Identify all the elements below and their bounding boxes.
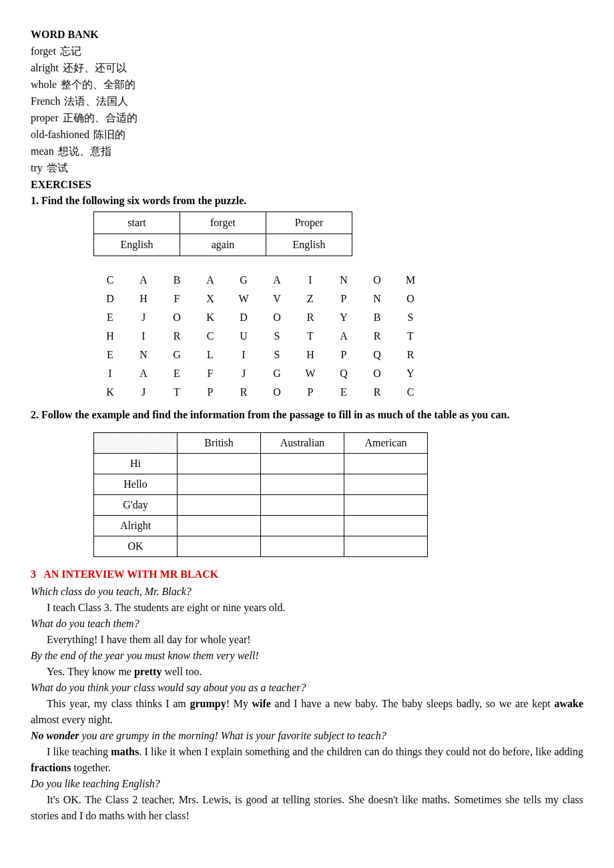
ex1-prompt: 1. Find the following six words from the… — [31, 193, 583, 209]
word-bank-entry: mean想说、意指 — [31, 143, 583, 159]
info-table-header: American — [344, 433, 428, 454]
puzzle-cell: C — [194, 327, 227, 346]
word-bank-word: whole — [31, 77, 57, 93]
interview-answer: I like teaching maths. I like it when I … — [31, 744, 583, 776]
puzzle-cell: I — [294, 271, 327, 290]
interview-question: What do you think your class would say a… — [31, 680, 583, 696]
puzzle-cell: S — [394, 308, 427, 327]
info-table-header: Australian — [261, 433, 344, 454]
info-table-cell[interactable] — [344, 495, 428, 516]
word-bank-word: proper — [31, 110, 59, 126]
puzzle-cell: T — [160, 383, 194, 402]
puzzle-cell: V — [260, 290, 294, 308]
info-table-cell[interactable] — [261, 495, 344, 516]
word-bank-entry: whole整个的、全部的 — [31, 77, 583, 93]
puzzle-cell: G — [160, 346, 194, 364]
ex2-info-table: BritishAustralianAmericanHiHelloG'dayAlr… — [93, 432, 428, 557]
info-table-cell[interactable] — [344, 536, 428, 557]
interview-question: What do you teach them? — [31, 616, 583, 632]
puzzle-cell: E — [327, 383, 360, 402]
word-bank-entry: alright还好、还可以 — [31, 60, 583, 76]
info-table-header: British — [178, 433, 261, 454]
puzzle-cell: O — [260, 383, 294, 402]
info-table-rowlabel: Hello — [94, 474, 178, 495]
puzzle-cell: R — [394, 346, 427, 364]
info-table-cell[interactable] — [178, 516, 261, 536]
puzzle-cell: W — [227, 290, 260, 308]
words-box-cell: forget — [180, 212, 266, 234]
interview-question: No wonder you are grumpy in the morning!… — [31, 728, 583, 744]
info-table-cell[interactable] — [178, 495, 261, 516]
puzzle-cell: H — [93, 327, 127, 346]
puzzle-cell: B — [360, 308, 394, 327]
puzzle-cell: T — [294, 327, 327, 346]
puzzle-cell: C — [93, 271, 127, 290]
puzzle-cell: A — [127, 364, 160, 383]
ex3-interview: Which class do you teach, Mr. Black?I te… — [31, 584, 583, 824]
ex2-prompt: 2. Follow the example and find the infor… — [31, 407, 583, 423]
puzzle-cell: O — [260, 308, 294, 327]
word-bank-word: try — [31, 160, 43, 176]
puzzle-cell: Q — [360, 346, 394, 364]
words-box-cell: English — [266, 234, 352, 256]
puzzle-cell: P — [194, 383, 227, 402]
ex3-heading-num: 3 — [31, 568, 36, 580]
info-table-cell[interactable] — [261, 474, 344, 495]
puzzle-cell: D — [227, 308, 260, 327]
info-table-cell[interactable] — [344, 454, 428, 474]
interview-answer: I teach Class 3. The students are eight … — [31, 600, 583, 616]
puzzle-cell: A — [127, 271, 160, 290]
puzzle-cell: O — [360, 364, 394, 383]
ex3-heading: 3 AN INTERVIEW WITH MR BLACK — [31, 566, 583, 582]
puzzle-cell: Q — [327, 364, 360, 383]
word-bank-definition: 尝试 — [47, 160, 68, 176]
interview-answer: Everything! I have them all day for whol… — [31, 632, 583, 648]
puzzle-cell: C — [394, 383, 427, 402]
interview-question: Do you like teaching English? — [31, 776, 583, 792]
puzzle-cell: R — [360, 383, 394, 402]
word-bank-heading: WORD BANK — [31, 27, 583, 43]
info-table-cell[interactable] — [261, 536, 344, 557]
info-table-cell[interactable] — [261, 516, 344, 536]
info-table-cell[interactable] — [344, 516, 428, 536]
exercises-heading: EXERCISES — [31, 177, 583, 193]
words-box-cell: Proper — [266, 212, 352, 234]
puzzle-cell: A — [260, 271, 294, 290]
info-table-cell[interactable] — [344, 474, 428, 495]
puzzle-cell: L — [194, 346, 227, 364]
info-table-cell[interactable] — [178, 536, 261, 557]
ex1-puzzle-grid: CABAGAINOMDHFXWVZPNOEJOKDORYBSHIRCUSTART… — [93, 271, 427, 402]
word-bank-definition: 整个的、全部的 — [61, 77, 135, 93]
puzzle-cell: E — [93, 308, 127, 327]
puzzle-cell: I — [93, 364, 127, 383]
puzzle-cell: G — [260, 364, 294, 383]
word-bank-definition: 陈旧的 — [93, 127, 125, 143]
word-bank-entries: forget忘记alright还好、还可以whole整个的、全部的French法… — [31, 43, 583, 176]
word-bank-entry: old-fashioned陈旧的 — [31, 127, 583, 143]
info-table-cell[interactable] — [178, 474, 261, 495]
words-box-cell: English — [94, 234, 180, 256]
puzzle-cell: T — [394, 327, 427, 346]
interview-question: Which class do you teach, Mr. Black? — [31, 584, 583, 600]
word-bank-definition: 正确的、合适的 — [63, 110, 137, 126]
interview-answer: This year, my class thinks I am grumpy! … — [31, 696, 583, 728]
puzzle-cell: J — [127, 383, 160, 402]
words-box-cell: again — [180, 234, 266, 256]
word-bank-word: alright — [31, 60, 59, 76]
info-table-rowlabel: Alright — [94, 516, 178, 536]
puzzle-cell: G — [227, 271, 260, 290]
word-bank-entry: forget忘记 — [31, 43, 583, 59]
puzzle-cell: K — [93, 383, 127, 402]
info-table-cell[interactable] — [261, 454, 344, 474]
puzzle-cell: S — [260, 327, 294, 346]
puzzle-cell: O — [394, 290, 427, 308]
info-table-header — [94, 433, 178, 454]
word-bank-word: forget — [31, 43, 56, 59]
puzzle-cell: P — [294, 383, 327, 402]
info-table-cell[interactable] — [178, 454, 261, 474]
word-bank-word: French — [31, 93, 60, 109]
puzzle-cell: R — [360, 327, 394, 346]
puzzle-cell: U — [227, 327, 260, 346]
ex1-words-box: startforgetProperEnglishagainEnglish — [93, 211, 352, 256]
puzzle-cell: K — [194, 308, 227, 327]
